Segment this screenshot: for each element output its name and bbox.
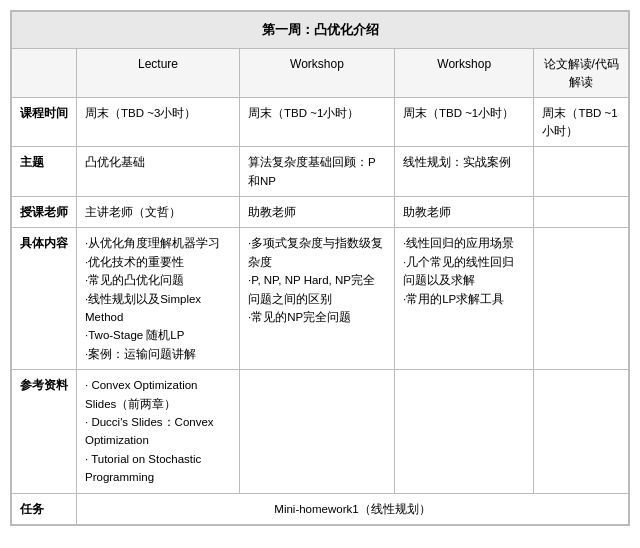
row-label-4: 参考资料	[12, 370, 77, 493]
col-header-paper: 论文解读/代码解读	[534, 48, 629, 97]
row-label-5: 任务	[12, 493, 77, 524]
column-header-row: Lecture Workshop Workshop 论文解读/代码解读	[12, 48, 629, 97]
cell-0-3: 周末（TBD ~1小时）	[534, 97, 629, 147]
col-header-workshop1: Workshop	[240, 48, 395, 97]
cell-4-2	[394, 370, 533, 493]
schedule-table: 第一周：凸优化介绍 Lecture Workshop Workshop 论文解读…	[10, 10, 630, 526]
col-header-lecture: Lecture	[77, 48, 240, 97]
cell-2-3	[534, 197, 629, 228]
cell-1-2: 线性规划：实战案例	[394, 147, 533, 197]
cell-3-0: ·从优化角度理解机器学习·优化技术的重要性·常见的凸优化问题·线性规划以及Sim…	[77, 228, 240, 370]
row-label-0: 课程时间	[12, 97, 77, 147]
cell-3-1: ·多项式复杂度与指数级复杂度·P, NP, NP Hard, NP完全问题之间的…	[240, 228, 395, 370]
cell-4-3	[534, 370, 629, 493]
table-row: 具体内容·从优化角度理解机器学习·优化技术的重要性·常见的凸优化问题·线性规划以…	[12, 228, 629, 370]
cell-1-1: 算法复杂度基础回顾：P 和NP	[240, 147, 395, 197]
cell-3-2: ·线性回归的应用场景·几个常见的线性回归问题以及求解·常用的LP求解工具	[394, 228, 533, 370]
cell-4-1	[240, 370, 395, 493]
table-row: 授课老师主讲老师（文哲）助教老师助教老师	[12, 197, 629, 228]
table-row: 任务Mini-homework1（线性规划）	[12, 493, 629, 524]
cell-0-1: 周末（TBD ~1小时）	[240, 97, 395, 147]
col-header-0	[12, 48, 77, 97]
table-row: 参考资料· Convex Optimization Slides（前两章）· D…	[12, 370, 629, 493]
table-title: 第一周：凸优化介绍	[12, 12, 629, 49]
row-label-2: 授课老师	[12, 197, 77, 228]
cell-0-0: 周末（TBD ~3小时）	[77, 97, 240, 147]
title-row: 第一周：凸优化介绍	[12, 12, 629, 49]
task-cell: Mini-homework1（线性规划）	[77, 493, 629, 524]
row-label-3: 具体内容	[12, 228, 77, 370]
table-row: 主题凸优化基础算法复杂度基础回顾：P 和NP线性规划：实战案例	[12, 147, 629, 197]
row-label-1: 主题	[12, 147, 77, 197]
cell-2-1: 助教老师	[240, 197, 395, 228]
cell-3-3	[534, 228, 629, 370]
cell-0-2: 周末（TBD ~1小时）	[394, 97, 533, 147]
table-row: 课程时间周末（TBD ~3小时）周末（TBD ~1小时）周末（TBD ~1小时）…	[12, 97, 629, 147]
cell-1-0: 凸优化基础	[77, 147, 240, 197]
cell-4-0: · Convex Optimization Slides（前两章）· Ducci…	[77, 370, 240, 493]
col-header-workshop2: Workshop	[394, 48, 533, 97]
cell-2-0: 主讲老师（文哲）	[77, 197, 240, 228]
cell-2-2: 助教老师	[394, 197, 533, 228]
cell-1-3	[534, 147, 629, 197]
